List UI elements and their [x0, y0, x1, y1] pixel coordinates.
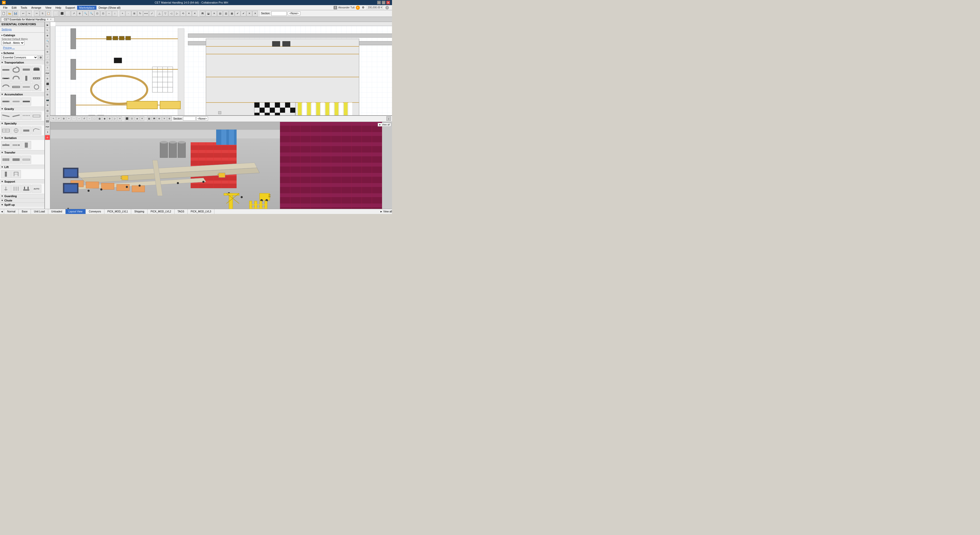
- tb-btn10[interactable]: ↔: [106, 11, 112, 16]
- bt-btn18[interactable]: ✕: [140, 116, 145, 121]
- bt-btn3[interactable]: ⊞: [62, 116, 66, 121]
- ri-zoom[interactable]: 🔍: [45, 38, 50, 44]
- tb-h8[interactable]: ✔: [241, 11, 246, 16]
- bt-btn19[interactable]: ▦: [147, 116, 151, 121]
- sup-item-2[interactable]: [11, 185, 21, 193]
- scheme-toggle[interactable]: ▸ Scheme: [2, 51, 43, 55]
- ri-cursor[interactable]: ↖: [45, 28, 50, 33]
- bt-btn4[interactable]: +: [67, 116, 71, 121]
- conv-item-9[interactable]: [1, 83, 11, 91]
- close-btn[interactable]: ✕: [387, 1, 390, 4]
- grav-item-1[interactable]: [1, 112, 11, 120]
- bt-btn14[interactable]: ✕: [118, 116, 122, 121]
- sup-item-1[interactable]: [1, 185, 11, 193]
- ri-info[interactable]: ℹ: [45, 130, 50, 135]
- tb-cut[interactable]: ✂: [34, 11, 40, 16]
- tb-new[interactable]: [1, 11, 6, 16]
- ri-stop[interactable]: ⊘: [45, 135, 50, 140]
- tb-h9[interactable]: ✕: [247, 11, 252, 16]
- conv-item-6[interactable]: [11, 74, 21, 83]
- tb-btn9[interactable]: ⊡: [100, 11, 106, 16]
- tb-save[interactable]: [13, 11, 18, 16]
- bt-btn22[interactable]: ✕: [162, 116, 167, 121]
- transfer-header[interactable]: ▼ Transfer: [0, 150, 45, 154]
- bt-btn11[interactable]: ◉: [102, 116, 107, 121]
- status-nav-left[interactable]: ◄: [0, 209, 4, 214]
- spec-item-4[interactable]: [32, 127, 41, 135]
- menu-arrange[interactable]: Arrange: [29, 6, 43, 10]
- ri-view[interactable]: ⊞: [45, 92, 50, 97]
- bt-btn7[interactable]: ↺: [82, 116, 86, 121]
- bt-btn6[interactable]: ↔: [77, 116, 81, 121]
- conv-item-7[interactable]: [21, 74, 31, 83]
- spec-item-2[interactable]: [11, 127, 21, 135]
- bt-btn8[interactable]: →: [87, 116, 92, 121]
- conv-item-12[interactable]: [32, 83, 41, 91]
- tb-select[interactable]: ⤢: [149, 11, 155, 16]
- status-tab-base[interactable]: Base: [19, 209, 31, 214]
- ri-line[interactable]: ⟋: [45, 55, 50, 60]
- ri-text[interactable]: T: [45, 65, 50, 70]
- support-header[interactable]: ▼ Support: [0, 179, 45, 184]
- trans-item-1[interactable]: [1, 156, 11, 164]
- tb-g4[interactable]: ▷: [174, 11, 180, 16]
- status-tab-pick2[interactable]: PICK_MOD_LVL2: [148, 209, 174, 214]
- tb-btn3[interactable]: ⬜: [65, 11, 71, 16]
- sup-item-auto[interactable]: AUTO: [32, 185, 41, 193]
- section-input[interactable]: [271, 11, 286, 16]
- tb-h10[interactable]: ✕: [252, 11, 258, 16]
- conv-item-8[interactable]: [32, 74, 41, 83]
- ri-pdf[interactable]: PDF: [45, 71, 50, 76]
- ri-measure[interactable]: ⊡: [45, 60, 50, 65]
- lift-item-1[interactable]: [1, 170, 11, 178]
- tb-g5[interactable]: ⟲: [180, 11, 186, 16]
- catalog-select[interactable]: Default - Metric: [2, 41, 24, 45]
- tb-g1[interactable]: △: [157, 11, 162, 16]
- view-all-btn[interactable]: ► View all: [378, 123, 391, 127]
- status-tab-pick3[interactable]: PICK_MOD_LVL3: [188, 209, 215, 214]
- tb-copy[interactable]: ⎘: [40, 11, 45, 16]
- ri-layers[interactable]: ⊕: [45, 76, 50, 81]
- tb-h3[interactable]: ✕: [211, 11, 217, 16]
- conv-item-3[interactable]: [21, 65, 31, 74]
- bt-btn15[interactable]: ⬛: [124, 116, 129, 121]
- grav-item-3[interactable]: [21, 112, 31, 120]
- status-tab-tags[interactable]: TAGS: [175, 209, 188, 214]
- conv-item-1[interactable]: [1, 65, 11, 74]
- bt-btn12[interactable]: ⊕: [107, 116, 112, 121]
- scheme-select[interactable]: Essential Conveyors: [2, 55, 38, 60]
- conv-item-4[interactable]: [32, 65, 41, 74]
- bt-btn17[interactable]: ◈: [135, 116, 139, 121]
- ri-arrow-right[interactable]: ▶: [45, 22, 50, 27]
- spec-item-3[interactable]: [21, 127, 31, 135]
- bt-btn16[interactable]: ⊡: [130, 116, 134, 121]
- ri-list[interactable]: ☰: [45, 113, 50, 119]
- conv-item-11[interactable]: [21, 83, 31, 91]
- tb-btn5[interactable]: ⊕: [77, 11, 83, 16]
- tb-h6[interactable]: ▦: [229, 11, 234, 16]
- trans-item-3[interactable]: [21, 156, 31, 164]
- pricing-link[interactable]: Pricing ...: [2, 46, 16, 49]
- menu-help[interactable]: Help: [53, 6, 63, 10]
- grav-item-4[interactable]: [32, 112, 41, 120]
- tb-h2[interactable]: ⬓: [205, 11, 211, 16]
- catalogs-toggle[interactable]: ▸ Catalogs: [2, 34, 43, 37]
- accumulation-header[interactable]: ▼ Accumulation: [0, 92, 45, 97]
- guarding-header[interactable]: ▼ Guarding: [0, 194, 45, 198]
- spec-item-1[interactable]: [1, 127, 11, 135]
- sup-item-3[interactable]: [21, 185, 31, 193]
- tb-g2[interactable]: ▽: [162, 11, 168, 16]
- tb-btn11[interactable]: ↕: [112, 11, 118, 16]
- bottom-expand-btn[interactable]: ↕: [387, 116, 391, 121]
- trans-item-2[interactable]: [11, 156, 21, 164]
- menu-view[interactable]: View: [43, 6, 54, 10]
- tb-g7[interactable]: ✕: [192, 11, 197, 16]
- status-tab-unloaded[interactable]: Unloaded: [48, 209, 65, 214]
- tb-zoom-out[interactable]: -: [126, 11, 131, 16]
- bottom-section-input[interactable]: [183, 116, 196, 121]
- lift-header[interactable]: ▼ Lift: [0, 165, 45, 169]
- tb-zoom-fit[interactable]: ⊞: [131, 11, 137, 16]
- accum-item-1[interactable]: [1, 97, 11, 106]
- tb-rotate[interactable]: ↻: [137, 11, 143, 16]
- lift-item-2[interactable]: [11, 170, 21, 178]
